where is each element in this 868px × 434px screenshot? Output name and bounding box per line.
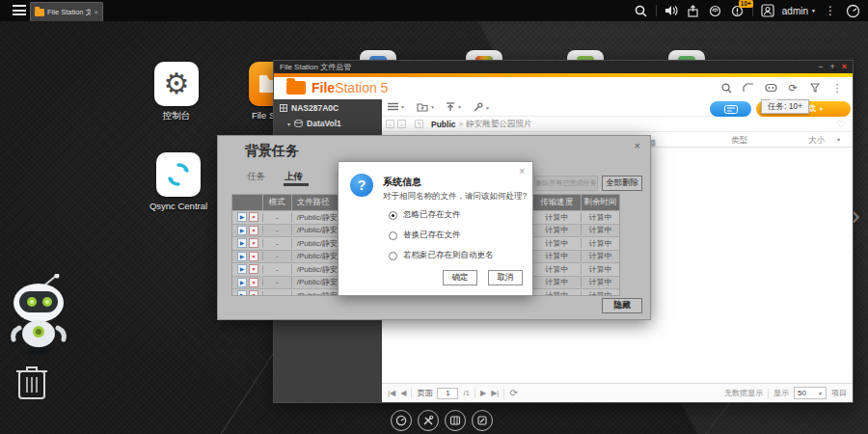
control-panel-tile[interactable]: ⚙: [154, 62, 199, 106]
refresh-icon[interactable]: ⟳: [785, 80, 800, 95]
radio-icon[interactable]: [389, 211, 397, 220]
bgtask-close-button[interactable]: ×: [635, 140, 640, 151]
folder-plus-icon: [417, 102, 428, 112]
cancel-button[interactable]: 取消: [488, 270, 523, 285]
folder-icon: [35, 9, 44, 16]
start-task-button[interactable]: ▶: [237, 290, 247, 296]
dashboard-icon[interactable]: [391, 410, 412, 431]
radio-icon[interactable]: [389, 252, 397, 260]
search-icon[interactable]: [719, 80, 734, 95]
page-prev-button[interactable]: ◀: [400, 389, 406, 397]
sidebar-item-host[interactable]: NAS287A0C: [274, 99, 382, 115]
option-auto-rename[interactable]: 若档案已存在则自动更名: [389, 250, 494, 261]
recycle-bin-icon[interactable]: [14, 363, 50, 401]
smart-file-icon[interactable]: [741, 80, 756, 95]
create-folder-button[interactable]: ▼: [417, 102, 435, 112]
cell-remaining: 计算中: [581, 225, 619, 235]
fs-toolbar: ▼ ▼ ▼ ▼: [382, 99, 853, 117]
admin-menu[interactable]: admin ▼: [782, 6, 816, 16]
radio-icon[interactable]: [389, 231, 397, 240]
maximize-button[interactable]: +: [829, 61, 834, 73]
back-button[interactable]: ‹: [386, 120, 394, 128]
qsync-tile[interactable]: [156, 152, 201, 197]
view-columns-icon[interactable]: [445, 410, 466, 431]
volume-label: DataVol1: [307, 119, 341, 128]
refresh-list-button[interactable]: ⟳: [509, 388, 517, 398]
breadcrumb-current[interactable]: 静安雕塑公园照片: [466, 119, 531, 130]
page-last-button[interactable]: ▶|: [491, 389, 499, 397]
delete-all-button[interactable]: 全部删除: [602, 176, 642, 191]
list-view-icon: [388, 102, 398, 111]
dialog-close-button[interactable]: ×: [519, 166, 525, 176]
delete-completed-button[interactable]: 删除所有已完成任务: [534, 176, 598, 191]
more-icon[interactable]: ⋮: [829, 80, 845, 95]
hide-button[interactable]: 隐藏: [602, 298, 642, 313]
cancel-task-button[interactable]: ×: [249, 252, 258, 261]
page-input[interactable]: [437, 388, 458, 399]
caret-down-icon: ▼: [400, 104, 405, 110]
task-card-icon: [724, 105, 738, 114]
fs-logo: FileStation 5: [286, 80, 388, 95]
start-task-button[interactable]: ▶: [237, 278, 247, 287]
dashboard-gauge-icon[interactable]: [845, 3, 860, 18]
sidebar-item-volume[interactable]: ▾ DataVol1: [274, 115, 382, 130]
user-icon[interactable]: [760, 3, 775, 18]
notifications-icon[interactable]: 10+: [730, 3, 746, 18]
forward-button[interactable]: ›: [397, 120, 406, 128]
list-view-button[interactable]: ▼: [388, 102, 405, 111]
cell-speed: 计算中: [531, 264, 581, 275]
dialog-title: 系统信息: [383, 176, 421, 189]
cancel-task-button[interactable]: ×: [249, 226, 258, 235]
column-size[interactable]: 大小: [808, 135, 825, 147]
fs-titlebar[interactable]: File Station 文件总管 − + ×: [274, 61, 853, 73]
task-queue-button[interactable]: [710, 101, 751, 117]
close-button[interactable]: ×: [842, 61, 847, 73]
option-skip-existing[interactable]: 忽略已存在文件: [389, 209, 461, 221]
ok-button[interactable]: 确定: [443, 270, 477, 285]
more-options-icon[interactable]: ⋮: [823, 3, 838, 18]
taskbar-tab-file-station[interactable]: File Station 文... ×: [30, 2, 103, 21]
cancel-task-button[interactable]: ×: [249, 278, 258, 287]
page-size-select[interactable]: 50 ▼: [794, 387, 827, 399]
breadcrumb-root[interactable]: Public: [431, 120, 456, 129]
global-search-icon[interactable]: [634, 3, 649, 18]
cancel-task-button[interactable]: ×: [249, 290, 258, 296]
tab-tasks[interactable]: 任务: [247, 171, 265, 183]
settings-tools-button[interactable]: ▼: [473, 102, 490, 113]
start-task-button[interactable]: ▶: [237, 226, 247, 235]
main-menu-icon[interactable]: [13, 5, 26, 16]
shortcut-qsync[interactable]: Qsync Central: [144, 152, 213, 211]
cancel-task-button[interactable]: ×: [249, 212, 258, 222]
cancel-task-button[interactable]: ×: [249, 264, 258, 274]
start-task-button[interactable]: ▶: [237, 252, 247, 261]
favorite-icon[interactable]: ♡: [836, 119, 845, 129]
expand-icon[interactable]: ▾: [287, 121, 290, 127]
column-type[interactable]: 类型: [731, 135, 747, 147]
notes-icon[interactable]: [472, 410, 493, 431]
tools-icon[interactable]: [418, 410, 439, 431]
start-task-button[interactable]: ▶: [237, 212, 247, 222]
notification-badge: 10+: [739, 0, 753, 8]
system-message-dialog: × ? 系统信息 对于相同名称的文件，请问该如何处理? 忽略已存在文件 替换已存…: [338, 161, 533, 296]
background-task-icon[interactable]: [686, 3, 701, 18]
start-task-button[interactable]: ▶: [237, 264, 247, 274]
start-task-button[interactable]: ▶: [237, 238, 247, 248]
filter-icon[interactable]: [807, 80, 823, 95]
tab-close-icon[interactable]: ×: [94, 8, 98, 16]
media-viewer-icon[interactable]: [763, 80, 778, 95]
option-replace-existing[interactable]: 替换已存在文件: [389, 230, 461, 241]
external-device-icon[interactable]: [708, 3, 723, 18]
upload-button[interactable]: ▼: [446, 102, 462, 112]
page-first-button[interactable]: |◀: [388, 389, 395, 397]
shortcut-control-panel[interactable]: ⚙ 控制台: [142, 62, 211, 122]
folder-icon: [286, 81, 306, 95]
tab-upload[interactable]: 上传: [285, 171, 303, 183]
minimize-button[interactable]: −: [818, 61, 823, 73]
page-next-button[interactable]: ▶: [480, 389, 486, 397]
column-options-button[interactable]: •: [837, 135, 840, 145]
volume-icon[interactable]: [664, 3, 679, 18]
fs-status-bar: |◀ ◀ 页面 /1 ▶ ▶| ⟳ 无数据显示 显示 50: [382, 383, 853, 402]
go-up-button[interactable]: ↰: [415, 120, 423, 128]
col-speed: 传输速度: [531, 195, 581, 210]
cancel-task-button[interactable]: ×: [249, 238, 258, 248]
